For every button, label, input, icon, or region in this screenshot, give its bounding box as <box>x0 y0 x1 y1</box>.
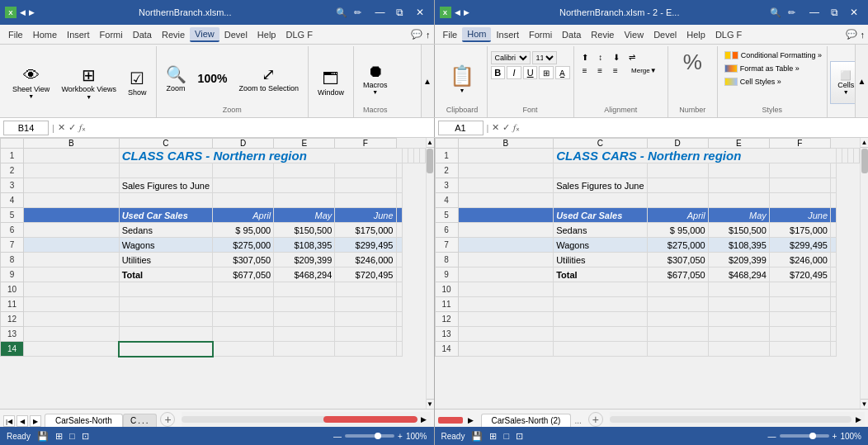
table-cell[interactable]: June <box>769 208 830 223</box>
table-cell[interactable]: $ 95,000 <box>213 223 274 238</box>
table-row[interactable]: 13 <box>1 327 426 342</box>
row-number[interactable]: 9 <box>1 267 24 282</box>
conditional-formatting-btn[interactable]: Conditional Formatting » <box>721 50 823 61</box>
col-header-B-right[interactable]: B <box>458 139 554 149</box>
col-header-F-right[interactable]: F <box>769 139 830 149</box>
table-cell[interactable] <box>831 208 837 223</box>
close-btn-left[interactable]: ✕ <box>411 3 429 21</box>
table-cell[interactable] <box>119 282 212 297</box>
table-cell[interactable]: Sales Figures to June <box>119 178 212 193</box>
vscroll-thumb-left[interactable] <box>427 149 433 173</box>
pen-icon-left[interactable]: ✏ <box>354 7 361 18</box>
hscroll-right-arrow-left[interactable]: ▶ <box>417 413 431 426</box>
table-cell[interactable] <box>274 282 335 297</box>
table-cell[interactable]: Utilities <box>554 253 647 267</box>
row-number[interactable]: 6 <box>1 223 24 238</box>
ribbon-collapse-left[interactable]: ▲ <box>421 45 434 117</box>
sheet-tab-dots-left[interactable]: C... <box>123 414 158 427</box>
table-cell[interactable] <box>458 223 554 238</box>
menu-help-left[interactable]: Help <box>252 28 281 41</box>
save-icon-right[interactable]: 💾 <box>471 431 483 442</box>
table-cell[interactable] <box>458 327 554 342</box>
table-cell[interactable]: $720,495 <box>769 267 830 282</box>
table-cell[interactable] <box>708 178 769 193</box>
minimize-btn-right[interactable]: — <box>805 3 823 21</box>
row-number[interactable]: 1 <box>1 149 24 163</box>
tab-add-left[interactable]: + <box>160 412 175 427</box>
table-cell[interactable] <box>458 312 554 327</box>
vscroll-down-right[interactable]: ▼ <box>861 399 868 409</box>
font-name-select[interactable]: Calibri <box>491 51 531 64</box>
tab-nav-prev-left[interactable]: ◀ <box>17 415 28 427</box>
table-cell[interactable]: April <box>647 208 708 223</box>
table-row[interactable]: 14 <box>435 342 860 357</box>
row-number[interactable]: 2 <box>1 163 24 178</box>
table-cell[interactable]: Sales Figures to June <box>554 178 647 193</box>
table-row[interactable]: 6Sedans$ 95,000$150,500$175,000 <box>435 223 860 238</box>
table-cell[interactable]: $175,000 <box>769 223 830 238</box>
row-number[interactable]: 2 <box>435 163 458 178</box>
table-cell[interactable]: $677,050 <box>213 267 274 282</box>
italic-btn[interactable]: I <box>507 66 521 79</box>
table-cell[interactable] <box>831 282 837 297</box>
table-cell[interactable] <box>24 178 120 193</box>
table-cell[interactable]: $150,500 <box>708 223 769 238</box>
table-cell[interactable] <box>335 193 396 208</box>
menu-help-right[interactable]: Help <box>682 28 710 41</box>
table-cell[interactable]: Total <box>119 267 212 282</box>
table-row[interactable]: 1CLASS CARS - Northern region <box>435 149 860 163</box>
table-row[interactable]: 7Wagons$275,000$108,395$299,495 <box>435 238 860 253</box>
tab-nav-first-left[interactable]: |◀ <box>3 415 15 427</box>
underline-btn[interactable]: U <box>523 66 538 79</box>
table-cell[interactable] <box>119 163 212 178</box>
menu-revie-right[interactable]: Revie <box>586 28 619 41</box>
table-cell[interactable] <box>769 163 830 178</box>
table-cell[interactable]: $275,000 <box>213 238 274 253</box>
wrap-text-btn[interactable]: ⇌ <box>625 51 639 63</box>
ribbon-collapse-right[interactable]: ▲ <box>855 45 868 117</box>
table-cell[interactable] <box>831 178 837 193</box>
formula-input-left[interactable] <box>89 121 431 135</box>
bold-btn[interactable]: B <box>491 66 506 79</box>
table-cell[interactable] <box>213 193 274 208</box>
table-cell[interactable] <box>554 193 647 208</box>
table-cell[interactable] <box>24 312 120 327</box>
table-cell[interactable] <box>554 297 647 312</box>
table-cell[interactable] <box>24 208 120 223</box>
menu-dlg-left[interactable]: DLG F <box>281 28 317 41</box>
row-number[interactable]: 13 <box>1 327 24 342</box>
formula-input-right[interactable] <box>523 121 865 135</box>
table-cell[interactable] <box>396 282 402 297</box>
tab-nav-next-left[interactable]: ▶ <box>30 415 41 427</box>
table-cell[interactable]: June <box>335 208 396 223</box>
table-row[interactable]: 10 <box>435 282 860 297</box>
table-cell[interactable] <box>848 149 854 163</box>
table-cell[interactable] <box>554 312 647 327</box>
row-number[interactable]: 11 <box>435 297 458 312</box>
table-row[interactable]: 12 <box>1 312 426 327</box>
table-cell[interactable] <box>458 342 554 357</box>
table-cell[interactable] <box>647 327 708 342</box>
pen-icon-right[interactable]: ✏ <box>788 7 795 18</box>
row-number[interactable]: 11 <box>1 297 24 312</box>
border-btn[interactable]: ⊞ <box>539 66 554 79</box>
menu-revie-left[interactable]: Revie <box>157 28 190 41</box>
table-cell[interactable] <box>213 297 274 312</box>
table-cell[interactable] <box>213 312 274 327</box>
macros-btn[interactable]: ⏺ Macros ▼ <box>359 59 392 97</box>
table-cell[interactable]: $ 95,000 <box>647 223 708 238</box>
table-cell[interactable] <box>837 149 842 163</box>
table-row[interactable]: 1CLASS CARS - Northern region <box>1 149 426 163</box>
zoom-minus-right[interactable]: — <box>768 432 776 441</box>
row-number[interactable]: 1 <box>435 149 458 163</box>
table-cell[interactable]: $175,000 <box>335 223 396 238</box>
table-cell[interactable] <box>402 149 408 163</box>
table-cell[interactable] <box>647 193 708 208</box>
table-cell[interactable]: $299,495 <box>335 238 396 253</box>
table-cell[interactable] <box>24 297 120 312</box>
vscroll-up-right[interactable]: ▲ <box>861 138 868 148</box>
confirm-formula-right[interactable]: ✓ <box>502 122 510 133</box>
row-number[interactable]: 3 <box>435 178 458 193</box>
table-cell[interactable]: May <box>708 208 769 223</box>
table-cell[interactable] <box>274 193 335 208</box>
